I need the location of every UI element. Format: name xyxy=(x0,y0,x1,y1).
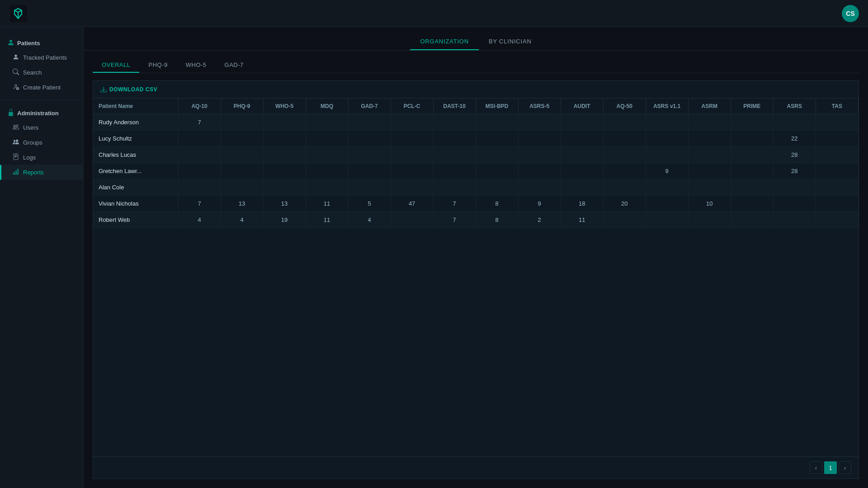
score-cell xyxy=(221,147,263,163)
patient-name-cell: Vivian Nicholas xyxy=(93,196,178,212)
page-1-button[interactable]: 1 xyxy=(824,461,837,474)
score-cell: 7 xyxy=(178,196,221,212)
score-cell xyxy=(518,131,561,147)
score-cell xyxy=(561,131,603,147)
tab-by-clinician[interactable]: BY CLINICIAN xyxy=(479,33,542,50)
col-phq9: PHQ-9 xyxy=(221,99,263,114)
sidebar-item-reports[interactable]: Reports xyxy=(0,165,83,180)
download-csv-button[interactable]: DOWNLOAD CSV xyxy=(100,86,157,93)
patients-section: Patients xyxy=(0,34,83,50)
col-prime: PRIME xyxy=(731,99,773,114)
administration-icon xyxy=(7,109,14,117)
patient-name-cell: Charles Lucas xyxy=(93,147,178,163)
sub-tab-overall[interactable]: OVERALL xyxy=(93,58,139,73)
prev-page-button[interactable]: ‹ xyxy=(810,461,822,474)
score-cell xyxy=(348,163,391,179)
score-cell: 47 xyxy=(391,196,433,212)
col-asrs11: ASRS v1.1 xyxy=(646,99,688,114)
score-cell: 7 xyxy=(178,114,221,131)
tab-organization[interactable]: ORGANIZATION xyxy=(410,33,479,50)
sidebar-item-logs[interactable]: Logs xyxy=(0,150,83,165)
col-gad7: GAD-7 xyxy=(348,99,391,114)
score-cell xyxy=(348,114,391,131)
sub-tab-phq9[interactable]: PHQ-9 xyxy=(139,58,176,73)
score-cell xyxy=(263,114,306,131)
score-cell xyxy=(816,163,858,179)
next-page-button[interactable]: › xyxy=(839,461,851,474)
topbar: CS xyxy=(0,0,868,27)
score-cell xyxy=(816,147,858,163)
score-cell xyxy=(603,179,646,196)
score-cell xyxy=(476,163,518,179)
sidebar-item-search[interactable]: Search xyxy=(0,65,83,80)
sub-tabs: OVERALL PHQ-9 WHO-5 GAD-7 xyxy=(93,51,859,73)
score-cell xyxy=(603,114,646,131)
col-mdq: MDQ xyxy=(306,99,348,114)
data-table-wrapper[interactable]: Patient Name AQ-10 PHQ-9 WHO-5 MDQ GAD-7… xyxy=(93,99,859,456)
users-icon xyxy=(12,124,19,131)
score-cell xyxy=(348,131,391,147)
score-cell: 13 xyxy=(221,196,263,212)
score-cell: 18 xyxy=(561,196,603,212)
score-cell: 4 xyxy=(348,212,391,228)
sidebar-item-create-patient[interactable]: Create Patient xyxy=(0,80,83,95)
score-cell xyxy=(688,179,731,196)
score-cell xyxy=(178,163,221,179)
pagination: ‹ 1 › xyxy=(93,456,859,479)
user-avatar[interactable]: CS xyxy=(842,5,859,22)
administration-section-label: Administration xyxy=(17,110,59,117)
score-cell: 9 xyxy=(518,196,561,212)
create-patient-icon xyxy=(12,84,19,91)
score-cell xyxy=(646,114,688,131)
table-row: Alan Cole xyxy=(93,179,859,196)
score-cell xyxy=(816,196,858,212)
score-cell xyxy=(306,163,348,179)
score-cell xyxy=(688,147,731,163)
table-row: Charles Lucas28 xyxy=(93,147,859,163)
score-cell xyxy=(433,114,476,131)
score-cell xyxy=(433,163,476,179)
score-cell xyxy=(178,147,221,163)
score-cell xyxy=(178,179,221,196)
score-cell xyxy=(816,131,858,147)
score-cell xyxy=(731,131,773,147)
score-cell: 11 xyxy=(561,212,603,228)
tracked-patients-icon xyxy=(12,54,19,61)
score-cell xyxy=(433,147,476,163)
sidebar-item-tracked-patients[interactable]: Tracked Patients xyxy=(0,50,83,65)
app-logo xyxy=(9,4,28,23)
score-cell xyxy=(731,212,773,228)
score-cell xyxy=(518,179,561,196)
score-cell: 5 xyxy=(348,196,391,212)
download-icon xyxy=(100,86,107,93)
score-cell xyxy=(433,179,476,196)
sidebar-item-groups[interactable]: Groups xyxy=(0,135,83,150)
col-asrs: ASRS xyxy=(773,99,816,114)
score-cell xyxy=(263,163,306,179)
sidebar-item-users[interactable]: Users xyxy=(0,120,83,135)
score-cell xyxy=(603,163,646,179)
toolbar: DOWNLOAD CSV xyxy=(93,81,859,99)
col-pclc: PCL-C xyxy=(391,99,433,114)
col-msibpd: MSI-BPD xyxy=(476,99,518,114)
patient-name-cell: Lucy Schultz xyxy=(93,131,178,147)
score-cell xyxy=(731,179,773,196)
score-cell: 8 xyxy=(476,196,518,212)
score-cell: 11 xyxy=(306,212,348,228)
sub-tab-gad7[interactable]: GAD-7 xyxy=(216,58,253,73)
score-cell: 10 xyxy=(688,196,731,212)
score-cell xyxy=(773,196,816,212)
score-cell xyxy=(561,114,603,131)
sidebar: Patients Tracked Patients Search Create … xyxy=(0,27,84,488)
score-cell xyxy=(688,212,731,228)
score-cell xyxy=(646,179,688,196)
sub-tab-who5[interactable]: WHO-5 xyxy=(177,58,216,73)
score-cell: 22 xyxy=(773,131,816,147)
tracked-patients-label: Tracked Patients xyxy=(23,54,67,61)
score-cell xyxy=(391,114,433,131)
score-cell xyxy=(688,131,731,147)
table-container: DOWNLOAD CSV Patient Name AQ-10 PHQ-9 WH… xyxy=(93,80,859,479)
score-cell xyxy=(773,212,816,228)
score-cell xyxy=(603,212,646,228)
score-cell xyxy=(306,114,348,131)
